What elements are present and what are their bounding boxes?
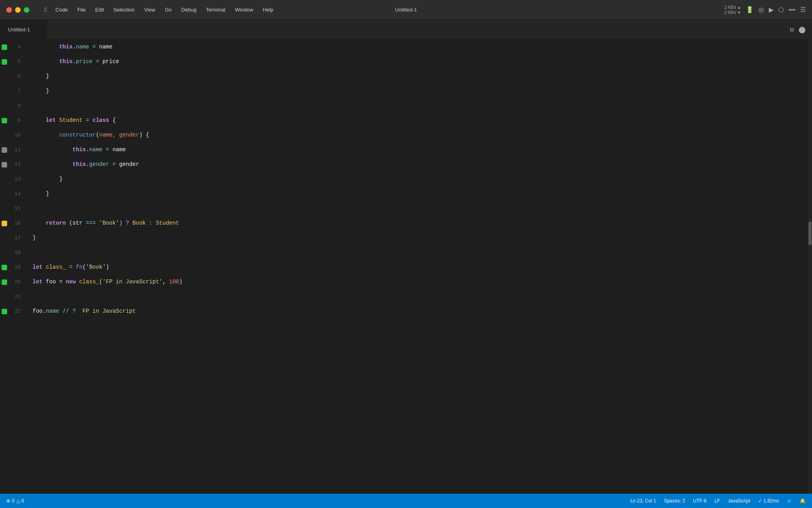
scrollbar-thumb[interactable]	[808, 221, 812, 245]
menu-go[interactable]: Go	[161, 5, 176, 14]
line-code	[29, 245, 812, 260]
breakpoint-indicator[interactable]	[0, 201, 9, 216]
line-number: 4	[9, 40, 29, 54]
menu-window[interactable]: Window	[231, 5, 257, 14]
menu-view[interactable]: View	[140, 5, 159, 14]
line-number: 15	[9, 201, 29, 216]
line-row: 8	[0, 98, 812, 113]
menu-file[interactable]: File	[73, 5, 90, 14]
breakpoint-indicator[interactable]	[0, 260, 9, 275]
line-code: let Student = class {	[29, 113, 812, 128]
breakpoint-indicator[interactable]	[0, 231, 9, 245]
minimize-button[interactable]	[15, 7, 21, 13]
close-button[interactable]	[6, 7, 12, 13]
line-row: 11 this.name = name	[0, 142, 812, 157]
warning-num: 0	[21, 498, 24, 504]
network-up: 2 KB/s ▲	[724, 5, 741, 10]
line-code: this.price = price	[29, 54, 812, 69]
split-editor-icon[interactable]: ⊟	[790, 26, 794, 34]
line-code: this.name = name	[29, 40, 812, 54]
tab-label: Untitled-1	[8, 27, 30, 33]
line-row: 17}	[0, 231, 812, 245]
line-number: 8	[9, 98, 29, 113]
dots-icon: •••	[789, 6, 795, 13]
line-row: 19let class_ = fn('Book')	[0, 260, 812, 275]
breakpoint-indicator[interactable]	[0, 54, 9, 69]
line-number: 10	[9, 128, 29, 142]
language-mode[interactable]: JavaScript	[728, 498, 750, 504]
breakpoint-indicator[interactable]	[0, 275, 9, 289]
line-number: 13	[9, 172, 29, 187]
circle-icon[interactable]: ⬤	[799, 26, 806, 34]
scrollbar[interactable]	[808, 40, 812, 494]
breakpoint-indicator[interactable]	[0, 69, 9, 84]
line-number: 17	[9, 231, 29, 245]
line-code	[29, 201, 812, 216]
line-number: 9	[9, 113, 29, 128]
line-row: 7 }	[0, 84, 812, 98]
line-row: 16 return (str === 'Book') ? Book : Stud…	[0, 216, 812, 231]
menu-help[interactable]: Help	[259, 5, 278, 14]
line-row: 5 this.price = price	[0, 54, 812, 69]
line-code	[29, 289, 812, 304]
code-area[interactable]: 4 this.name = name5 this.price = price6 …	[0, 40, 812, 494]
line-code: }	[29, 172, 812, 187]
menu-terminal[interactable]: Terminal	[202, 5, 229, 14]
line-number: 22	[9, 304, 29, 319]
menu-code[interactable]: Code	[52, 5, 72, 14]
line-number: 7	[9, 84, 29, 98]
traffic-lights	[6, 7, 29, 13]
line-row: 12 this.gender = gender	[0, 157, 812, 172]
line-number: 16	[9, 216, 29, 231]
smiley-icon: ☺	[787, 498, 792, 504]
line-row: 9 let Student = class {	[0, 113, 812, 128]
editor: 4 this.name = name5 this.price = price6 …	[0, 40, 812, 494]
line-row: 20let foo = new class_('FP in JavaScript…	[0, 275, 812, 289]
line-code: foo.name // ? FP in JavaScript	[29, 304, 812, 319]
line-number: 5	[9, 54, 29, 69]
breakpoint-indicator[interactable]	[0, 216, 9, 231]
breakpoint-indicator[interactable]	[0, 289, 9, 304]
cursor-position[interactable]: Ln 23, Col 1	[630, 498, 656, 504]
error-icon: ⊗	[6, 498, 10, 504]
breakpoint-indicator[interactable]	[0, 157, 9, 172]
line-code: }	[29, 84, 812, 98]
encoding[interactable]: UTF-8	[693, 498, 707, 504]
breakpoint-indicator[interactable]	[0, 142, 9, 157]
line-number: 12	[9, 157, 29, 172]
list-icon: ☰	[800, 6, 806, 13]
status-right: Ln 23, Col 1 Spaces: 2 UTF-8 LF JavaScri…	[630, 498, 806, 504]
line-number: 14	[9, 187, 29, 201]
bell-icon: 🔔	[800, 498, 806, 504]
line-code: }	[29, 231, 812, 245]
indentation[interactable]: Spaces: 2	[664, 498, 685, 504]
titlebar-right: 2 KB/s ▲ 2 KB/s ▼ 🔋 ◎ ▶ ⬡ ••• ☰	[724, 5, 806, 15]
line-code: this.gender = gender	[29, 157, 812, 172]
line-ending[interactable]: LF	[714, 498, 720, 504]
menu-selection[interactable]: Selection	[109, 5, 138, 14]
breakpoint-indicator[interactable]	[0, 40, 9, 54]
titlebar-icons: 🔋 ◎ ▶ ⬡ ••• ☰	[746, 6, 806, 13]
menu-debug[interactable]: Debug	[177, 5, 200, 14]
maximize-button[interactable]	[24, 7, 29, 13]
line-row: 10 constructor(name, gender) {	[0, 128, 812, 142]
wifi-icon: ◎	[758, 6, 764, 13]
breakpoint-indicator[interactable]	[0, 245, 9, 260]
breakpoint-indicator[interactable]	[0, 304, 9, 319]
breakpoint-indicator[interactable]	[0, 187, 9, 201]
menu-edit[interactable]: Edit	[91, 5, 108, 14]
breakpoint-indicator[interactable]	[0, 113, 9, 128]
network-stats: 2 KB/s ▲ 2 KB/s ▼	[724, 5, 741, 15]
breakpoint-indicator[interactable]	[0, 172, 9, 187]
line-code: }	[29, 69, 812, 84]
error-count[interactable]: ⊗ 0 △ 0	[6, 498, 24, 504]
line-row: 15	[0, 201, 812, 216]
breakpoint-indicator[interactable]	[0, 84, 9, 98]
line-code: return (str === 'Book') ? Book : Student	[29, 216, 812, 231]
line-code: let foo = new class_('FP in JavaScript',…	[29, 275, 812, 289]
tab-untitled[interactable]: Untitled-1	[0, 20, 48, 39]
status-bar: ⊗ 0 △ 0 Ln 23, Col 1 Spaces: 2 UTF-8 LF …	[0, 494, 812, 508]
breakpoint-indicator[interactable]	[0, 128, 9, 142]
breakpoint-indicator[interactable]	[0, 98, 9, 113]
apple-menu[interactable]: 	[41, 5, 50, 15]
